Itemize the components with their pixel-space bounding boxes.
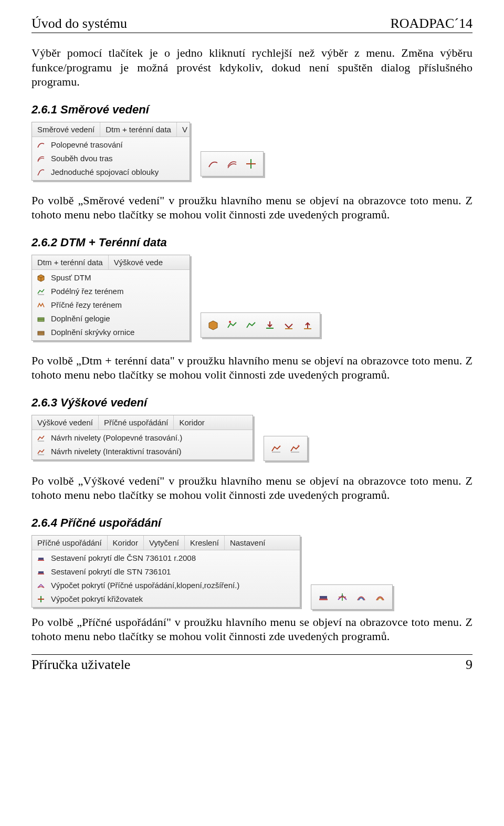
menu-item-label: Příčné řezy terénem [51, 300, 122, 309]
toolbar-soubeh-tras-button[interactable] [225, 157, 239, 171]
menu-item-doplneni-geologie[interactable]: Doplnění gelogie [32, 312, 190, 326]
tab-vytyceni[interactable]: Vytyčení [144, 536, 185, 550]
toolbar-topsoil-arrow-button[interactable] [282, 318, 296, 332]
tab-vyskove-vedeni[interactable]: Výškové vedení [32, 415, 99, 430]
road-section-icon [36, 553, 46, 563]
intro-paragraph: Výběr pomocí tlačítek je o jedno kliknut… [32, 46, 472, 89]
footer-right: 9 [466, 657, 472, 673]
menu-dtm-terenni: Dtm + terénní data Výškové vede Spusť DT… [32, 255, 190, 341]
svg-point-12 [229, 321, 231, 323]
menu-item-pokryti-stn[interactable]: Sestavení pokrytí dle STN 736101 [32, 565, 300, 579]
tab-smerove-vedeni[interactable]: Směrové vedení [32, 122, 100, 137]
tab-koridor[interactable]: Koridor [174, 415, 209, 430]
menu-item-label: Doplnění gelogie [51, 314, 110, 323]
toolbar-topsoil-up-button[interactable] [301, 318, 314, 332]
footer-left: Příručka uživatele [32, 657, 130, 673]
intersection-icon [36, 594, 46, 604]
menu-item-label: Podélný řez terénem [51, 287, 123, 296]
toolbar-superelevation-button[interactable] [335, 590, 349, 604]
svg-marker-11 [209, 321, 217, 330]
toolbar-polopevne-trasovani-button[interactable] [206, 157, 220, 171]
paragraph-263: Po volbě „Výškové vedení" v proužku hlav… [32, 474, 472, 503]
heading-261: 2.6.1 Směrové vedení [32, 103, 472, 117]
toolbar-dtm-terenni [201, 312, 320, 338]
header-right: ROADPAC´14 [390, 16, 472, 32]
toolbar-spojovaci-oblouky-button[interactable] [244, 157, 258, 171]
tab-vyskove-vedeni[interactable]: Výškové vede [109, 255, 168, 269]
menu-item-spust-dtm[interactable]: Spusť DTM [32, 271, 190, 285]
tab-nastaveni[interactable]: Nastavení [225, 536, 271, 550]
menu-item-label: Polopevné trasování [51, 140, 123, 149]
cube-icon [36, 273, 46, 283]
toolbar-geology-button[interactable] [263, 318, 277, 332]
menu-item-doplneni-skryvky[interactable]: Doplnění skrývky ornice [32, 326, 190, 339]
superelevation-icon [36, 581, 46, 590]
menu-item-label: Spusť DTM [51, 273, 91, 282]
menu-item-polopevne-trasovani[interactable]: Polopevné trasování [32, 138, 190, 152]
menu-item-label: Jednoduché spojovací oblouky [51, 168, 159, 176]
toolbar-smerove-vedeni [201, 151, 264, 176]
menu-item-podelny-rez[interactable]: Podélný řez terénem [32, 285, 190, 298]
menu-item-navrh-nivelety-interaktivni[interactable]: Návrh nivelety (Interaktivní trasování) [32, 445, 253, 458]
paragraph-261: Po volbě „Směrové vedení" v proužku hlav… [32, 193, 472, 222]
menu-item-label: Sestavení pokrytí dle STN 736101 [51, 567, 171, 576]
page-footer: Příručka uživatele 9 [32, 654, 472, 673]
profile-chart-icon [36, 447, 46, 456]
toolbar-pokryti-csn-button[interactable] [317, 590, 330, 604]
cross-section-icon [36, 300, 46, 310]
tab-kresleni[interactable]: Kreslení [185, 536, 225, 550]
tab-dtm-terenni-data[interactable]: Dtm + terénní data [100, 122, 177, 137]
toolbar-spust-dtm-button[interactable] [206, 318, 220, 332]
heading-263: 2.6.3 Výškové vedení [32, 396, 472, 410]
menu-smerove-vedeni: Směrové vedení Dtm + terénní data V Polo… [32, 122, 190, 181]
curve-icon [36, 140, 46, 150]
tab-pricne-usporadani[interactable]: Příčné uspořádání [32, 536, 108, 550]
menu-item-pricne-rezy[interactable]: Příčné řezy terénem [32, 298, 190, 312]
menu-item-pokryti-csn-2008[interactable]: Sestavení pokrytí dle ČSN 736101 r.2008 [32, 551, 300, 565]
road-section-icon [36, 567, 46, 577]
arc-line-icon [36, 168, 46, 177]
tab-koridor[interactable]: Koridor [108, 536, 144, 550]
page-header: Úvod do systému ROADPAC´14 [32, 16, 472, 33]
heading-264: 2.6.4 Příčné uspořádání [32, 516, 472, 530]
toolbar-niveleta-interaktivni-button[interactable]: + [288, 442, 302, 455]
toolbar-rainbow-left-button[interactable] [354, 590, 368, 604]
topsoil-icon [36, 328, 46, 337]
menu-item-navrh-nivelety-polopevne[interactable]: Návrh nivelety (Polopevné trasování.) [32, 431, 253, 445]
svg-text:+: + [297, 443, 300, 448]
menu-item-label: Doplnění skrývky ornice [51, 328, 134, 337]
svg-rect-25 [38, 571, 44, 573]
toolbar-rainbow-right-button[interactable] [373, 590, 387, 604]
menu-item-label: Návrh nivelety (Polopevné trasování.) [51, 433, 182, 442]
header-left: Úvod do systému [32, 16, 127, 32]
toolbar-pricne-rezy-button[interactable] [244, 318, 258, 332]
toolbar-podelny-rez-button[interactable] [225, 318, 239, 332]
svg-rect-24 [38, 560, 44, 561]
menu-item-label: Souběh dvou tras [51, 154, 113, 163]
toolbar-niveleta-polopevne-button[interactable] [269, 442, 283, 455]
geology-icon [36, 314, 46, 323]
menu-item-label: Výpočet pokrytí (Příčné uspořádání,klope… [51, 581, 239, 590]
menu-item-label: Výpočet pokrytí křižovatek [51, 594, 143, 603]
menu-item-label: Návrh nivelety (Interaktivní trasování) [51, 447, 181, 456]
svg-rect-23 [38, 558, 44, 560]
profile-chart-icon [36, 287, 46, 296]
tab-pricne-usporadani[interactable]: Příčné uspořádání [99, 415, 174, 430]
toolbar-vyskove-vedeni: + [264, 436, 308, 461]
menu-item-label: Sestavení pokrytí dle ČSN 736101 r.2008 [51, 553, 196, 562]
menu-item-vypocet-pokryti-krizovatek[interactable]: Výpočet pokrytí křižovatek [32, 592, 300, 606]
heading-262: 2.6.2 DTM + Terénní data [32, 236, 472, 249]
svg-rect-26 [38, 573, 44, 574]
toolbar-pricne-usporadani [311, 584, 393, 610]
tab-truncated[interactable]: V [177, 122, 193, 137]
menu-item-spojovaci-oblouky[interactable]: Jednoduché spojovací oblouky [32, 165, 190, 179]
menu-item-vypocet-pokryti[interactable]: Výpočet pokrytí (Příčné uspořádání,klope… [32, 579, 300, 592]
svg-rect-30 [319, 599, 328, 600]
double-curve-icon [36, 154, 46, 163]
paragraph-262: Po volbě „Dtm + terénní data" v proužku … [32, 353, 472, 382]
tab-dtm-terenni-data[interactable]: Dtm + terénní data [32, 255, 109, 269]
menu-item-soubeh-dvou-tras[interactable]: Souběh dvou tras [32, 152, 190, 165]
svg-rect-29 [320, 596, 327, 599]
paragraph-264: Po volbě „Příčné uspořádání" v proužku h… [32, 615, 472, 644]
menu-pricne-usporadani: Příčné uspořádání Koridor Vytyčení Kresl… [32, 535, 300, 608]
